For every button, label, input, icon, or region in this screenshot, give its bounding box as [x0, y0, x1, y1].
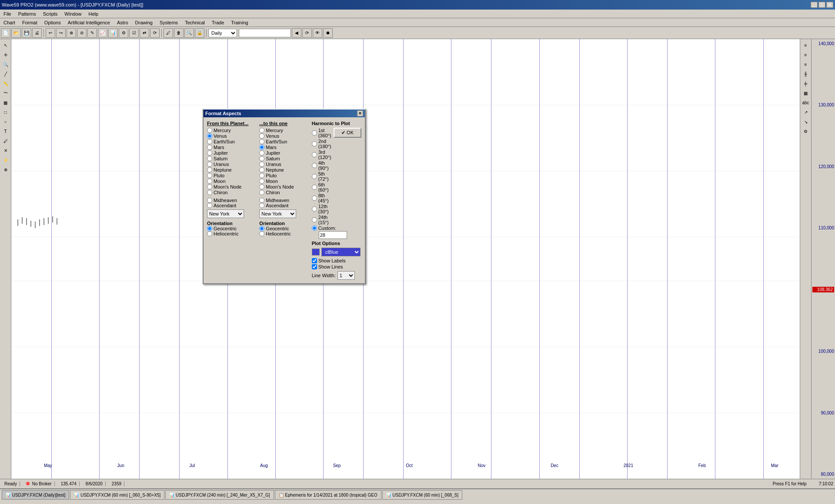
from-jupiter-radio[interactable]	[207, 150, 212, 156]
from-uranus-radio[interactable]	[207, 162, 212, 167]
from-midheaven-radio[interactable]	[207, 198, 212, 203]
symbol-box[interactable]	[239, 29, 291, 37]
tb-btn2[interactable]: ↪	[56, 28, 66, 38]
from-moonsnode-radio[interactable]	[207, 184, 212, 189]
to-mars-radio[interactable]	[259, 145, 264, 150]
menu-systems[interactable]: Systems	[156, 19, 181, 26]
to-midheaven[interactable]: Midheaven	[259, 198, 309, 203]
to-neptune-radio[interactable]	[259, 167, 264, 172]
from-midheaven[interactable]: Midheaven	[207, 198, 257, 203]
menu-options[interactable]: Options	[41, 19, 64, 26]
tb-btn4[interactable]: ⊘	[77, 28, 87, 38]
to-ascendant[interactable]: Ascendant	[259, 203, 309, 208]
harmonic-12th[interactable]: 12th (30°)	[312, 204, 334, 214]
tb-record[interactable]: ⏺	[323, 28, 333, 38]
line-width-select[interactable]: 1 2 3 4	[337, 271, 355, 280]
harmonic-5th[interactable]: 5th (72°)	[312, 171, 334, 182]
to-midheaven-radio[interactable]	[259, 198, 264, 203]
to-moonsnode-radio[interactable]	[259, 184, 264, 189]
menu-window[interactable]: Window	[61, 10, 85, 17]
tb-btn10[interactable]: ⇄	[140, 28, 149, 38]
to-geocentric[interactable]: Geocentric	[259, 226, 309, 231]
to-jupiter-radio[interactable]	[259, 150, 264, 156]
to-pluto[interactable]: Pluto	[259, 173, 309, 178]
to-saturn[interactable]: Saturn	[259, 156, 309, 161]
from-mars[interactable]: Mars	[207, 145, 257, 150]
menu-ai[interactable]: Artificial Intelligence	[64, 19, 114, 26]
from-geo-radio[interactable]	[207, 226, 212, 231]
from-pluto-radio[interactable]	[207, 173, 212, 178]
tool-misc2[interactable]: ⊕	[1, 165, 10, 174]
tool-delete[interactable]: ✕	[1, 146, 10, 155]
task-68s[interactable]: 📊 USDJPY.FXCM (60 min) [_068_S]	[382, 490, 462, 500]
tb-print[interactable]: 🖨	[32, 28, 42, 38]
harmonic-5th-radio[interactable]	[312, 174, 317, 179]
tb-btn12[interactable]: 🖊	[164, 28, 173, 38]
menu-patterns[interactable]: Patterns	[15, 10, 40, 17]
to-chiron-radio[interactable]	[259, 190, 264, 195]
to-mercury-radio[interactable]	[259, 128, 264, 133]
tool-fib[interactable]: ▦	[1, 98, 10, 107]
menu-format[interactable]: Format	[19, 19, 41, 26]
from-neptune[interactable]: Neptune	[207, 167, 257, 172]
tb-new[interactable]: 📄	[1, 28, 10, 38]
tb-prev[interactable]: ◀	[292, 28, 301, 38]
menu-technical[interactable]: Technical	[181, 19, 208, 26]
to-heliocentric[interactable]: Heliocentric	[259, 231, 309, 236]
task-daily[interactable]: 📊 USDJPY.FXCM (Daily)[test]	[2, 490, 69, 500]
menu-file[interactable]: File	[0, 10, 15, 17]
from-ascendant[interactable]: Ascendant	[207, 203, 257, 208]
from-geocentric[interactable]: Geocentric	[207, 226, 257, 231]
close-button[interactable]: ✕	[826, 2, 833, 8]
from-earthsun-radio[interactable]	[207, 139, 212, 144]
tool-crosshair[interactable]: ✛	[1, 50, 10, 59]
tool-brush[interactable]: 🖊	[1, 136, 10, 145]
task-240min[interactable]: 📊 USDJPY.FXCM (240 min) [_240_Mer_X5_X7_…	[165, 490, 274, 500]
from-moon-radio[interactable]	[207, 179, 212, 184]
show-labels-checkbox[interactable]	[312, 258, 317, 263]
tb-btn13[interactable]: 🗑	[174, 28, 184, 38]
from-heliocentric[interactable]: Heliocentric	[207, 231, 257, 236]
tb-btn6[interactable]: 📈	[98, 28, 107, 38]
to-saturn-radio[interactable]	[259, 156, 264, 161]
to-moon-radio[interactable]	[259, 179, 264, 184]
tool-arrow[interactable]: ↖	[1, 41, 10, 50]
to-location-dropdown[interactable]: New York London Tokyo	[259, 209, 296, 218]
window-controls[interactable]: _ □ ✕	[811, 2, 833, 8]
to-geo-radio[interactable]	[259, 226, 264, 231]
tool-rect[interactable]: □	[1, 108, 10, 116]
task-ephemeris[interactable]: 📋 Ephemeris for 1/14/2021 at 1800 (tropi…	[275, 490, 381, 500]
harmonic-12th-radio[interactable]	[312, 206, 317, 212]
from-location-dropdown[interactable]: New York London Tokyo	[207, 209, 244, 218]
harmonic-2nd-radio[interactable]	[312, 141, 317, 146]
harmonic-8th[interactable]: 8th (45°)	[312, 193, 334, 203]
tb-btn1[interactable]: ↩	[46, 28, 55, 38]
from-venus[interactable]: Venus	[207, 133, 257, 139]
tb-refresh[interactable]: ⟳	[302, 28, 312, 38]
to-moon[interactable]: Moon	[259, 179, 309, 184]
to-helio-radio[interactable]	[259, 231, 264, 236]
from-moon[interactable]: Moon	[207, 179, 257, 184]
menu-astro[interactable]: Astro	[114, 19, 132, 26]
from-uranus[interactable]: Uranus	[207, 162, 257, 167]
from-saturn-radio[interactable]	[207, 156, 212, 161]
period-dropdown[interactable]: Daily 60 min 240 min	[208, 29, 237, 37]
tb-btn15[interactable]: 🔒	[195, 28, 204, 38]
tb-btn8[interactable]: ⚙	[119, 28, 128, 38]
tool-trend[interactable]: 📏	[1, 79, 10, 88]
from-chiron[interactable]: Chiron	[207, 190, 257, 195]
tool-misc1[interactable]: ⚡	[1, 156, 10, 164]
tb-save[interactable]: 💾	[22, 28, 31, 38]
ok-button[interactable]: ✔ OK	[334, 128, 361, 138]
tb-btn5[interactable]: ✎	[87, 28, 97, 38]
to-mars[interactable]: Mars	[259, 145, 309, 150]
custom-harmonic-input[interactable]	[319, 231, 347, 239]
harmonic-8th-radio[interactable]	[312, 196, 317, 201]
to-earthsun-radio[interactable]	[259, 139, 264, 144]
harmonic-custom-radio[interactable]	[312, 225, 317, 231]
harmonic-custom[interactable]: Custom:	[312, 225, 334, 231]
harmonic-6th-radio[interactable]	[312, 185, 317, 190]
from-jupiter[interactable]: Jupiter	[207, 150, 257, 156]
from-helio-radio[interactable]	[207, 231, 212, 236]
from-moonsnode[interactable]: Moon's Node	[207, 184, 257, 189]
